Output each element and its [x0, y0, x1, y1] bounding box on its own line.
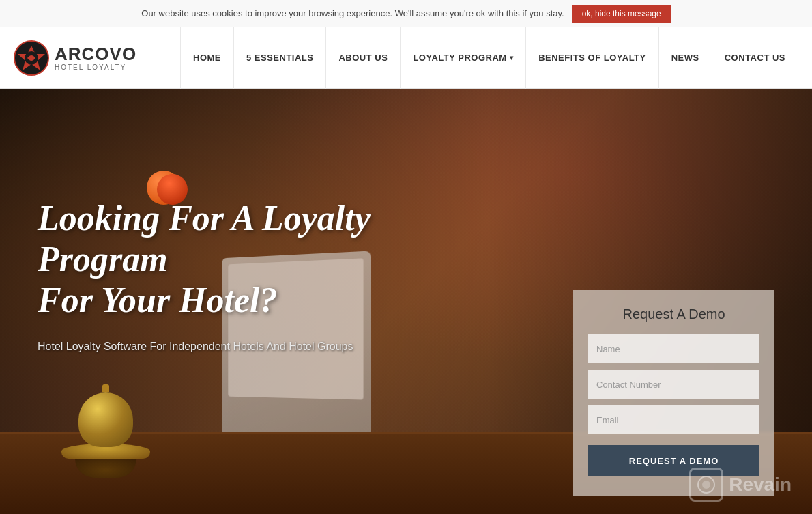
decoration-bell [61, 384, 150, 473]
demo-email-input[interactable] [588, 405, 759, 434]
nav-contact[interactable]: CONTACT US [712, 27, 798, 89]
logo[interactable]: ARCOVO HOTEL LOYALTY [14, 40, 150, 76]
nav-loyalty-program[interactable]: LOYALTY PROGRAM [401, 27, 526, 89]
cookie-dismiss-button[interactable]: ok, hide this message [572, 5, 671, 23]
revain-watermark: Revain [689, 468, 792, 502]
hero-section: Looking For A Loyalty Program For Your H… [0, 89, 812, 514]
nav-5essentials[interactable]: 5 ESSENTIALS [234, 27, 326, 89]
revain-logo-icon [689, 468, 723, 502]
revain-text: Revain [729, 474, 792, 496]
revain-icon [696, 474, 716, 495]
demo-form: Request A Demo REQUEST A DEMO [573, 290, 774, 496]
hero-title: Looking For A Loyalty Program For Your H… [38, 198, 502, 320]
nav-about[interactable]: ABOUT US [326, 27, 401, 89]
logo-text: ARCOVO HOTEL LOYALTY [55, 44, 136, 72]
cookie-message: Our website uses cookies to improve your… [141, 8, 564, 18]
svg-point-4 [702, 481, 710, 489]
nav-benefits[interactable]: BENEFITS OF LOYALTY [526, 27, 659, 89]
demo-form-title: Request A Demo [588, 306, 759, 322]
header: ARCOVO HOTEL LOYALTY HOME 5 ESSENTIALS A… [0, 27, 812, 89]
hero-content: Looking For A Loyalty Program For Your H… [38, 198, 502, 353]
nav-news[interactable]: NEWS [659, 27, 712, 89]
main-nav: HOME 5 ESSENTIALS ABOUT US LOYALTY PROGR… [150, 27, 798, 89]
demo-name-input[interactable] [588, 334, 759, 363]
cookie-banner: Our website uses cookies to improve your… [0, 0, 812, 27]
demo-contact-input[interactable] [588, 370, 759, 399]
nav-home[interactable]: HOME [180, 27, 234, 89]
hero-subtitle: Hotel Loyalty Software For Independent H… [38, 341, 502, 353]
logo-icon [14, 40, 49, 76]
